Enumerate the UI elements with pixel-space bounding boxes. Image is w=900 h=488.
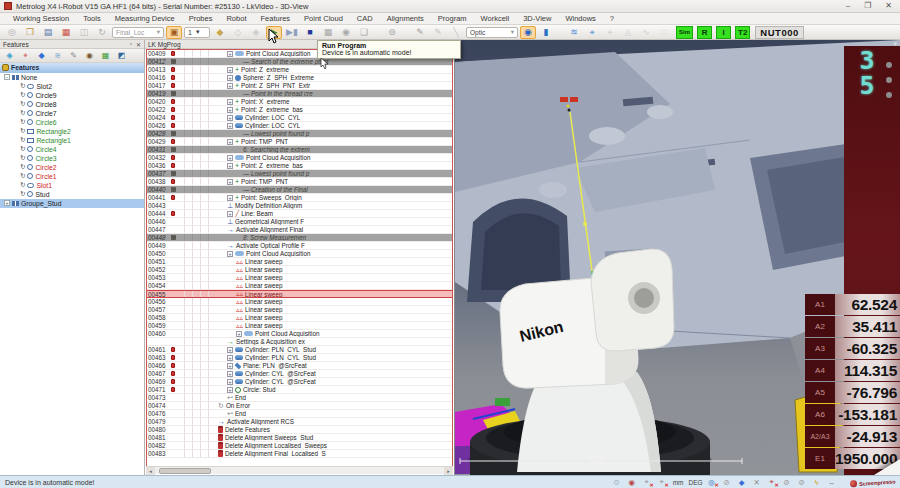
program-row[interactable]: 00461+Cylinder: PLN_CYL_Stud [147, 346, 452, 354]
feature-item-circle9[interactable]: ↻Circle9 [0, 91, 144, 100]
pencil2-icon[interactable]: ✎ [430, 26, 446, 39]
program-row[interactable]: 00456▵▵Linear sweep [147, 298, 452, 306]
program-row[interactable]: 00429++Point: TMP_PNT [147, 138, 452, 146]
maximize-button[interactable]: ❐ [864, 1, 871, 11]
ghost-wave-icon[interactable]: ∿ [638, 26, 654, 39]
feature-item-circle8[interactable]: ↻Circle8 [0, 100, 144, 109]
pin-icon[interactable]: ▫ [130, 41, 132, 47]
menu-item-robot[interactable]: Robot [219, 14, 253, 23]
expander-icon[interactable]: + [227, 211, 233, 217]
optic-combo[interactable]: Optic▾ [466, 27, 518, 38]
axes-x1-icon[interactable]: ⌖✕ [641, 477, 653, 487]
program-row[interactable]: 00473↩End [147, 394, 452, 402]
expander-icon[interactable]: + [227, 83, 233, 89]
forbid3-icon[interactable]: ⊘ [796, 478, 808, 487]
workcell-icon[interactable]: ▦ [320, 26, 336, 39]
program-row[interactable]: 00480Delete Features [147, 426, 452, 434]
refresh-icon[interactable]: ↻ [94, 26, 110, 39]
program-row[interactable]: 00422++Point: Z_extreme_bas [147, 106, 452, 114]
feature-item-circle3[interactable]: ↻Circle3 [0, 154, 144, 163]
close-button[interactable]: ✕ [885, 1, 892, 11]
program-row[interactable]: 00424+Cylinder: LOC_CYL [147, 114, 452, 122]
program-row[interactable]: 00440— Creation of the Final [147, 186, 452, 194]
ghost-dots-icon[interactable]: ∷ [656, 26, 672, 39]
program-row[interactable]: 004488: Screw Measuremen [147, 234, 452, 242]
feature-report-icon[interactable]: ▦ [98, 50, 113, 62]
expander-icon[interactable]: + [227, 371, 233, 377]
program-row[interactable]: 00471+Circle: Stud [147, 386, 452, 394]
pencil-icon[interactable]: ✎ [412, 26, 428, 39]
menu-item-tools[interactable]: Tools [76, 14, 108, 23]
feature-group-stud[interactable]: +Groupe_Stud [0, 199, 144, 208]
program-row[interactable]: 00454▵▵Linear sweep [147, 282, 452, 290]
step-program-icon[interactable]: ▶▮ [284, 26, 300, 39]
expander-icon[interactable]: − [4, 74, 10, 80]
mesh-gray-icon[interactable]: ◈ [248, 26, 264, 39]
scroll-thumb[interactable] [159, 468, 211, 474]
target-icon[interactable]: ◎ [4, 26, 20, 39]
expander-icon[interactable]: + [227, 387, 233, 393]
program-row[interactable]: 00438++Point: TMP_PNT [147, 178, 452, 186]
program-row[interactable]: 00420++Point: X_extreme [147, 98, 452, 106]
menu-item-program[interactable]: Program [431, 14, 474, 23]
feature-item-stud[interactable]: ↻Stud [0, 190, 144, 199]
menu-item-point-cloud[interactable]: Point Cloud [297, 14, 350, 23]
view-count-spinner[interactable]: 1▾ [184, 27, 210, 38]
program-row[interactable]: 00459▵▵Linear sweep [147, 322, 452, 330]
program-row[interactable]: 00432+Point Cloud Acquisition [147, 154, 452, 162]
menu-item-features[interactable]: Features [253, 14, 297, 23]
optic-probe-icon[interactable]: ◉ [520, 26, 536, 39]
feature-surface-icon[interactable]: ≋ [50, 50, 65, 62]
program-row[interactable]: 00467+Cylinder: CYL_@SrcFeat [147, 370, 452, 378]
stop-program-icon[interactable]: ■ [302, 26, 318, 39]
feature-pencil-icon[interactable]: ✎ [66, 50, 81, 62]
feature-robot-icon[interactable]: ◩ [114, 50, 129, 62]
expander-icon[interactable]: + [227, 115, 233, 121]
feature-axes-icon[interactable]: ⌖ [18, 50, 33, 62]
feature-item-circle2[interactable]: ↻Circle2 [0, 163, 144, 172]
program-row[interactable]: 00426+Cylinder: LOC_CYL [147, 122, 452, 130]
menu-item-workcell[interactable]: Workcell [474, 14, 517, 23]
close-panel-icon[interactable]: ✕ [136, 41, 141, 48]
program-row[interactable]: 00469+Cylinder: CYL_@SrcFeat [147, 378, 452, 386]
expander-icon[interactable]: + [227, 355, 233, 361]
program-row[interactable]: 00479→Activate Alignment RCS [147, 418, 452, 426]
save-icon[interactable]: ▤ [40, 26, 56, 39]
program-row[interactable]: 00474↻On Error [147, 402, 452, 410]
status-dot-icon[interactable]: ⊙ [611, 478, 623, 487]
program-row[interactable]: 00466+Plane: PLN_@SrcFeat [147, 362, 452, 370]
expander-icon[interactable]: + [227, 51, 233, 57]
program-row[interactable]: 00457▵▵Linear sweep [147, 306, 452, 314]
feature-item-circle6[interactable]: ↻Circle6 [0, 118, 144, 127]
scan-head-icon[interactable]: ⌖ [584, 26, 600, 39]
features-root-item[interactable]: Features [0, 63, 144, 73]
program-row[interactable]: 00413++Point: Z_extreme [147, 66, 452, 74]
axes-x2-icon[interactable]: ⌖✕ [656, 477, 668, 487]
program-row[interactable]: 00437— Lowest point found p [147, 170, 452, 178]
feature-item-rectangle2[interactable]: ↻Rectangle2 [0, 127, 144, 136]
close-x-icon[interactable]: ✕ [751, 478, 763, 487]
expander-icon[interactable]: + [236, 331, 242, 337]
program-row[interactable]: 00458▵▵Linear sweep [147, 314, 452, 322]
menu-item-probes[interactable]: Probes [182, 14, 220, 23]
feature-item-circle4[interactable]: ↻Circle4 [0, 145, 144, 154]
record-icon[interactable]: ◉ [338, 26, 354, 39]
cad-model-icon[interactable]: ▣ [166, 26, 182, 39]
program-row[interactable]: 00481Delete Alignment Sweeps_Stud [147, 434, 452, 442]
flash-icon[interactable]: ϟ [811, 478, 823, 487]
program-row[interactable]: 00460+Point Cloud Acquisition [147, 330, 452, 338]
program-row[interactable]: 00419— Point in the thread cre [147, 90, 452, 98]
program-row[interactable]: 00444+╱Line: Beam [147, 210, 452, 218]
export-icon[interactable]: ❏ [356, 26, 372, 39]
expander-icon[interactable]: + [227, 251, 233, 257]
program-tab-label[interactable]: LK MgProg [148, 41, 181, 48]
expander-icon[interactable]: + [227, 155, 233, 161]
forbid2-icon[interactable]: ⊘ [781, 478, 793, 487]
program-row[interactable]: 00441++Point: Sweeps_Origin [147, 194, 452, 202]
program-row[interactable]: 00476↩End [147, 410, 452, 418]
program-row-current[interactable]: 00455▵▵Linear sweep [147, 290, 452, 298]
expander-icon[interactable]: + [227, 75, 233, 81]
measure-icon[interactable]: ↔ [826, 478, 838, 487]
scroll-left-icon[interactable]: ◂ [146, 467, 155, 475]
expander-icon[interactable]: + [4, 200, 10, 206]
